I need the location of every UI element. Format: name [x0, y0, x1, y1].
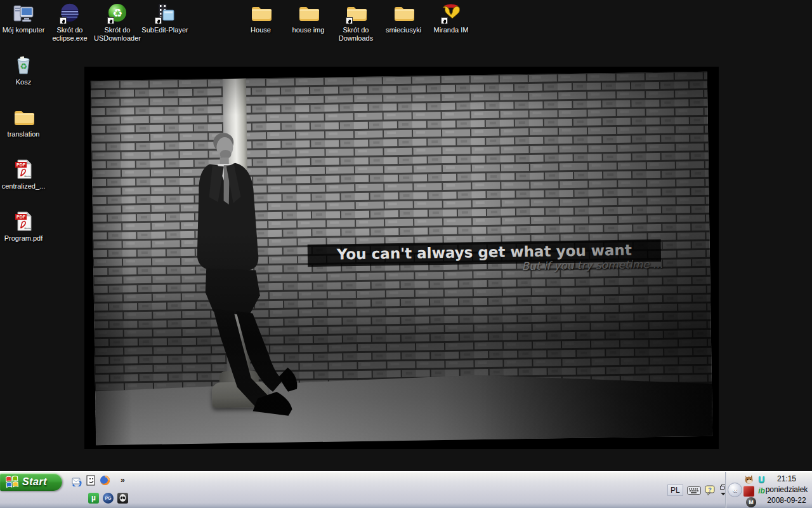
adobe-label: Adobe: [24, 227, 32, 230]
desktop-icon-label: Mój komputer: [0, 26, 47, 34]
utorrent-icon[interactable]: µ: [88, 493, 99, 504]
desktop-icon-downloads[interactable]: Skrót do Downloads: [332, 3, 379, 43]
wallpaper-photo: You can't always get what you want But i…: [91, 72, 712, 445]
emule-donkey-icon[interactable]: [743, 474, 754, 485]
firefox-icon[interactable]: [100, 475, 110, 486]
miranda-butterfly-icon: [440, 3, 462, 24]
pdf-icon: PDF Adobe: [13, 211, 34, 232]
pdf-banner-label: PDF: [16, 163, 26, 167]
folder-icon: [13, 107, 34, 128]
adobe-label: Adobe: [24, 175, 32, 178]
notes-icon[interactable]: [86, 475, 96, 486]
shortcut-arrow-icon: [441, 17, 448, 24]
desktop-icon-centralized-pdf[interactable]: PDF Adobe centralized_...: [0, 159, 47, 190]
desktop-icon-translation[interactable]: translation: [0, 107, 47, 138]
shortcut-arrow-icon: [107, 17, 114, 24]
folder-icon: [298, 3, 319, 24]
red-app-glyph: [743, 486, 754, 497]
desktop-icon-label: translation: [0, 130, 47, 138]
shortcut-arrow-icon: [346, 17, 353, 24]
hide-icons-chevron[interactable]: «: [728, 483, 742, 497]
desktop-icon-smieciusyki[interactable]: smieciusyki: [380, 3, 427, 34]
desktop-icon-eclipse[interactable]: Skrót do eclipse.exe: [46, 3, 93, 43]
language-bar: PL ?: [667, 483, 727, 497]
folder-icon: [393, 3, 414, 24]
peerguardian-icon[interactable]: PG: [103, 493, 114, 504]
desktop-icon-label: smieciusyki: [380, 26, 427, 34]
desktop-icon-label: centralized_...: [0, 182, 47, 190]
shortcut-arrow-icon: [155, 17, 162, 24]
desktop-icon-kosz[interactable]: ♻ Kosz: [0, 55, 47, 86]
desktop-icon-usdownloader[interactable]: ♻ Skrót do USDownloader: [93, 3, 142, 43]
peerguardian-glyph: PG: [103, 493, 114, 504]
clock-day: poniedziałek: [764, 485, 809, 495]
pdf-icon: PDF Adobe: [13, 159, 34, 180]
taskbar: Start » µ PG: [0, 471, 812, 508]
alien-head-icon: [117, 493, 128, 504]
folder-icon: [345, 3, 367, 24]
shortcut-arrow-icon: [60, 17, 67, 24]
desktop-icon-label: Miranda IM: [428, 26, 475, 34]
wallpaper-frame: You can't always get what you want But i…: [84, 67, 719, 449]
help-balloon-icon[interactable]: ?: [705, 485, 716, 496]
desktop-icon-program-pdf[interactable]: PDF Adobe Program.pdf: [0, 211, 47, 243]
clock-time: 21:15: [764, 474, 809, 485]
subedit-player-icon: [154, 3, 176, 24]
photo-vignette: [91, 72, 712, 445]
recycle-bin-icon: ♻: [13, 55, 34, 76]
miranda-m-icon[interactable]: M: [746, 497, 757, 508]
windows-flag-icon: [5, 475, 19, 489]
utorrent-glyph: µ: [88, 493, 99, 504]
desktop-icon-label: House: [237, 26, 284, 34]
desktop-icon-label: Skrót do Downloads: [332, 26, 379, 43]
desktop-icon-subedit-player[interactable]: SubEdit-Player: [136, 3, 193, 34]
desktop-icon-house-img[interactable]: house img: [285, 3, 332, 34]
bsplayer-icon[interactable]: [117, 493, 128, 504]
miranda-m-glyph: M: [746, 497, 756, 507]
language-indicator[interactable]: PL: [667, 485, 683, 496]
desktop-icon-label: house img: [285, 26, 332, 34]
keyboard-icon[interactable]: [687, 486, 701, 495]
folder-icon: [250, 3, 272, 24]
desktop-icon-miranda[interactable]: Miranda IM: [428, 3, 475, 34]
desktop-icon-label: SubEdit-Player: [136, 26, 193, 34]
pdf-banner-label: PDF: [16, 215, 26, 219]
red-app-icon[interactable]: [743, 486, 754, 497]
desktop-icon-label: Skrót do USDownloader: [93, 26, 142, 43]
start-button-label: Start: [22, 476, 47, 488]
eclipse-icon: [59, 3, 81, 24]
desktop-icon-label: Program.pdf: [0, 234, 47, 243]
clock-date: 2008-09-22: [764, 495, 809, 506]
help-glyph: ?: [708, 486, 712, 493]
quick-launch-overflow-chevron[interactable]: »: [121, 476, 125, 485]
usdownloader-icon: ♻: [107, 3, 128, 24]
desktop-icon-label: Kosz: [0, 78, 47, 86]
my-computer-icon: [13, 3, 34, 24]
start-button[interactable]: Start: [0, 473, 62, 491]
desktop-icon-label: Skrót do eclipse.exe: [46, 26, 93, 43]
outlook-express-icon[interactable]: [71, 476, 82, 486]
recycle-glyph: ♻: [20, 62, 27, 71]
tray-clock[interactable]: 21:15 poniedziałek 2008-09-22: [764, 474, 809, 506]
desktop-icon-house[interactable]: House: [237, 3, 284, 34]
tray-divider: [725, 472, 726, 508]
desktop-icon-my-computer[interactable]: Mój komputer: [0, 3, 47, 34]
